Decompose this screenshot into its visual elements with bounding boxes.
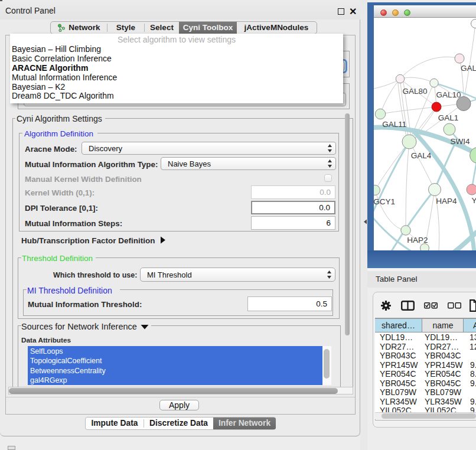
svg-text:GAL11: GAL11 [382, 120, 406, 129]
svg-text:GCY1: GCY1 [374, 197, 395, 206]
svg-text:Y: Y [471, 196, 476, 205]
svg-text:GAL80: GAL80 [403, 87, 428, 96]
svg-text:SWI4: SWI4 [450, 137, 470, 146]
svg-text:GAL4: GAL4 [411, 151, 432, 160]
svg-text:GAL1: GAL1 [438, 113, 459, 122]
svg-text:GAL: GAL [461, 64, 476, 73]
svg-text:HAP4: HAP4 [436, 197, 457, 206]
svg-text:GAL10: GAL10 [436, 90, 461, 99]
svg-text:HAP2: HAP2 [407, 236, 428, 244]
